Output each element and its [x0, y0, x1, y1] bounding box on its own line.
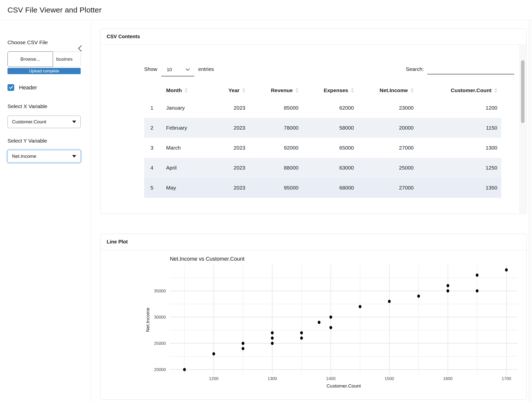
search-label: Search: — [406, 65, 424, 73]
csv-contents-body: Show 10 entries Search: — [100, 65, 526, 214]
line-plot-card: Line Plot Net.Income vs Customer.Count20… — [100, 234, 527, 400]
header-checkbox-label[interactable]: Header — [19, 84, 37, 91]
header-checkbox[interactable] — [7, 84, 14, 91]
svg-text:20000: 20000 — [154, 367, 166, 372]
table-controls: Show 10 entries Search: — [144, 65, 514, 76]
y-variable-value: Net.Income — [12, 154, 36, 159]
chevron-down-icon — [186, 68, 190, 71]
show-label: Show — [144, 65, 157, 73]
y-variable-group: Select Y Variable Net.Income — [7, 137, 83, 163]
table-cell: 58000 — [298, 118, 354, 138]
table-cell: May — [155, 178, 218, 198]
sort-icon — [494, 88, 497, 93]
x-variable-value: Customer.Count — [12, 119, 46, 125]
table-cell: 2023 — [218, 158, 245, 178]
csv-table: MonthYearRevenueExpensesNet.IncomeCustom… — [144, 83, 501, 198]
search-control: Search: — [406, 65, 514, 74]
caret-down-icon — [72, 121, 76, 123]
main-area: CSV Contents Show 10 entries Search: — [91, 20, 532, 403]
row-number-header — [144, 83, 155, 98]
csv-contents-title: CSV Contents — [100, 29, 526, 45]
row-number-cell: 4 — [144, 158, 155, 178]
svg-text:1200: 1200 — [209, 376, 219, 381]
file-input: Browse... busines — [7, 51, 81, 67]
table-cell: March — [155, 138, 218, 158]
svg-text:1700: 1700 — [502, 376, 511, 381]
browse-button[interactable]: Browse... — [7, 51, 53, 67]
row-number-cell: 2 — [144, 118, 155, 138]
table-cell: 68000 — [298, 178, 354, 198]
length-control: Show 10 entries — [144, 65, 214, 76]
window-scrollbar[interactable] — [528, 20, 532, 403]
table-cell: 1150 — [414, 118, 501, 138]
row-number-cell: 3 — [144, 138, 155, 158]
header-checkbox-row: Header — [7, 84, 83, 91]
table-row[interactable]: 2February20237800058000200001150 — [144, 118, 501, 138]
column-header-Net.Income[interactable]: Net.Income — [354, 83, 414, 98]
upload-progress-text: Upload complete — [29, 69, 59, 73]
line-plot-title: Line Plot — [100, 234, 526, 250]
entries-select[interactable]: 10 — [161, 65, 194, 76]
page-title: CSV File Viewer and Plotter — [7, 6, 102, 14]
table-cell: 2023 — [218, 138, 245, 158]
app-root: CSV File Viewer and Plotter Choose CSV F… — [0, 0, 532, 403]
table-cell: April — [155, 158, 218, 178]
search-input[interactable] — [427, 64, 514, 74]
scrollbar-thumb[interactable] — [521, 60, 525, 123]
svg-text:Net.Income: Net.Income — [145, 308, 150, 332]
table-row[interactable]: 5May20239500068000270001350 — [144, 178, 501, 198]
column-header-Customer.Count[interactable]: Customer.Count — [414, 83, 501, 98]
table-cell: February — [155, 118, 218, 138]
table-cell: 27000 — [354, 138, 414, 158]
table-scrollbar[interactable] — [519, 45, 526, 213]
svg-text:Net.Income vs Customer.Count: Net.Income vs Customer.Count — [170, 256, 245, 262]
sort-icon — [295, 88, 298, 93]
file-name-field[interactable]: busines — [53, 51, 81, 67]
svg-text:25000: 25000 — [154, 341, 166, 346]
table-row[interactable]: 1January20238500062000230001200 — [144, 98, 501, 118]
sort-icon — [185, 88, 188, 93]
table-cell: 1250 — [414, 158, 501, 178]
app-header: CSV File Viewer and Plotter — [0, 0, 532, 20]
svg-text:Customer.Count: Customer.Count — [326, 383, 361, 389]
svg-text:35000: 35000 — [154, 289, 166, 293]
content: Choose CSV File Browse... busines Upload… — [0, 20, 532, 403]
entries-value: 10 — [167, 66, 172, 73]
scatter-plot: Net.Income vs Customer.Count200002500030… — [100, 253, 526, 400]
table-cell: 95000 — [245, 178, 298, 198]
x-variable-label: Select X Variable — [7, 103, 83, 110]
table-cell: 88000 — [245, 158, 298, 178]
svg-text:1300: 1300 — [267, 376, 277, 381]
svg-text:1600: 1600 — [443, 376, 453, 381]
table-cell: 92000 — [245, 138, 298, 158]
table-cell: 78000 — [245, 118, 298, 138]
sidebar-collapse-button[interactable] — [77, 45, 83, 52]
table-cell: 27000 — [354, 178, 414, 198]
table-cell: 23000 — [354, 98, 414, 118]
table-cell: 1300 — [414, 138, 501, 158]
csv-contents-card: CSV Contents Show 10 entries Search: — [100, 28, 527, 214]
table-cell: 2023 — [218, 118, 245, 138]
row-number-cell: 5 — [144, 178, 155, 198]
table-cell: 20000 — [354, 118, 414, 138]
sidebar: Choose CSV File Browse... busines Upload… — [0, 20, 91, 403]
table-cell: 1350 — [414, 178, 501, 198]
table-cell: 85000 — [245, 98, 298, 118]
column-header-Month[interactable]: Month — [155, 83, 218, 98]
table-row[interactable]: 3March20239200065000270001300 — [144, 138, 501, 158]
x-variable-group: Select X Variable Customer.Count — [7, 103, 83, 128]
column-header-Year[interactable]: Year — [218, 83, 245, 98]
table-cell: 65000 — [298, 138, 354, 158]
y-variable-select[interactable]: Net.Income — [7, 150, 81, 163]
y-variable-label: Select Y Variable — [7, 137, 83, 144]
column-header-Revenue[interactable]: Revenue — [245, 83, 298, 98]
x-variable-select[interactable]: Customer.Count — [7, 116, 81, 128]
table-header: MonthYearRevenueExpensesNet.IncomeCustom… — [144, 83, 501, 98]
chevron-left-icon — [77, 45, 83, 52]
table-row[interactable]: 4April20238800063000250001250 — [144, 158, 501, 178]
sort-icon — [242, 88, 245, 93]
column-header-Expenses[interactable]: Expenses — [298, 83, 354, 98]
entries-label: entries — [198, 65, 214, 73]
caret-down-icon — [72, 155, 76, 158]
svg-text:30000: 30000 — [154, 315, 166, 320]
